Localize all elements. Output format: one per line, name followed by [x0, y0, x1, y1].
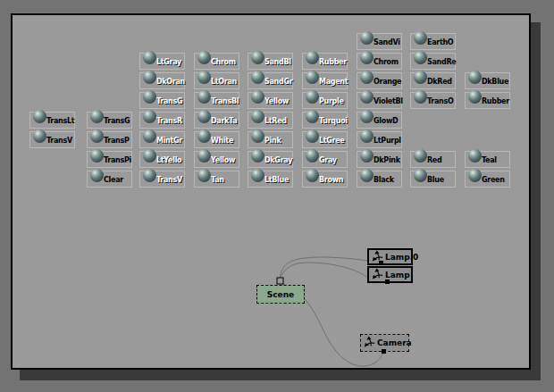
- material-node[interactable]: Clear: [87, 171, 132, 188]
- material-sphere-icon: [306, 90, 319, 104]
- connection-hook-scene[interactable]: [277, 278, 283, 284]
- material-node-label: TransP: [104, 137, 129, 145]
- material-sphere-icon: [306, 169, 319, 182]
- material-node-label: LtOran: [211, 78, 237, 86]
- material-node[interactable]: DkGray: [248, 151, 293, 168]
- material-node[interactable]: TransLt: [29, 112, 75, 129]
- material-node-label: GlowD: [374, 117, 398, 125]
- material-node-label: Tan: [211, 176, 224, 184]
- material-node-label: SandRe: [427, 58, 456, 66]
- material-node[interactable]: DarkTa: [194, 112, 239, 129]
- material-node[interactable]: Yellow: [194, 151, 239, 168]
- material-node[interactable]: TransV: [29, 131, 75, 148]
- material-node-label: Green: [482, 176, 505, 184]
- material-node[interactable]: LtYello: [139, 151, 185, 168]
- material-node[interactable]: Green: [465, 171, 510, 188]
- material-node[interactable]: Magent: [302, 72, 348, 89]
- material-sphere-icon: [90, 110, 104, 123]
- material-sphere-icon: [468, 149, 482, 163]
- material-sphere-icon: [90, 129, 104, 143]
- material-node-label: Turquoi: [319, 117, 348, 125]
- material-node[interactable]: SandVi: [357, 33, 402, 50]
- material-node[interactable]: Yellow: [248, 92, 293, 109]
- material-node[interactable]: LtGray: [139, 53, 185, 70]
- connection-hook-lamp[interactable]: [385, 279, 390, 284]
- material-sphere-icon: [251, 110, 264, 123]
- object-axes-icon: [364, 336, 376, 350]
- material-node[interactable]: DkRed: [410, 72, 456, 89]
- material-sphere-icon: [468, 169, 482, 182]
- material-sphere-icon: [468, 71, 482, 84]
- material-node[interactable]: Orange: [357, 72, 402, 89]
- material-node-label: DkOran: [156, 78, 185, 86]
- material-sphere-icon: [306, 110, 319, 123]
- material-node[interactable]: TransG: [87, 112, 132, 129]
- material-node-label: TransLt: [46, 117, 74, 125]
- material-sphere-icon: [360, 129, 374, 143]
- material-node[interactable]: LtGree: [302, 131, 348, 148]
- material-node[interactable]: TransO: [410, 92, 456, 109]
- material-node[interactable]: White: [194, 131, 239, 148]
- material-node[interactable]: DkBlue: [465, 72, 510, 89]
- scene-node[interactable]: Scene: [256, 285, 305, 304]
- material-node[interactable]: TransBl: [194, 92, 239, 109]
- material-node-label: MintGr: [156, 137, 182, 145]
- connection-hook-camera[interactable]: [382, 349, 386, 354]
- material-node[interactable]: MintGr: [139, 131, 185, 148]
- material-node[interactable]: Blue: [410, 171, 456, 188]
- material-node[interactable]: GlowD: [357, 112, 402, 129]
- material-node-label: Orange: [374, 78, 401, 86]
- material-node[interactable]: SandGr: [248, 72, 293, 89]
- material-node[interactable]: Turquoi: [302, 112, 348, 129]
- material-node[interactable]: Teal: [465, 151, 510, 168]
- material-node[interactable]: LtOran: [194, 72, 239, 89]
- material-sphere-icon: [360, 149, 374, 163]
- material-node-label: VioletBl: [374, 97, 403, 105]
- connection-hook-lamp.0[interactable]: [379, 261, 383, 265]
- material-node-label: Red: [427, 156, 441, 164]
- material-node[interactable]: Tan: [194, 171, 239, 188]
- lamp-node[interactable]: Lamp: [367, 266, 413, 283]
- material-node[interactable]: Red: [410, 151, 456, 168]
- material-node[interactable]: DkOran: [139, 72, 185, 89]
- material-node[interactable]: SandBl: [248, 53, 293, 70]
- material-node[interactable]: Chrom: [357, 53, 402, 70]
- material-node[interactable]: TransV: [139, 171, 185, 188]
- material-node[interactable]: Gray: [302, 151, 348, 168]
- material-sphere-icon: [197, 71, 211, 84]
- material-node[interactable]: VioletBl: [357, 92, 402, 109]
- material-node[interactable]: LtRed: [248, 112, 293, 129]
- material-sphere-icon: [306, 149, 319, 163]
- material-node[interactable]: Pink: [248, 131, 293, 148]
- material-node-label: DkGray: [264, 156, 292, 164]
- material-node[interactable]: SandRe: [410, 53, 456, 70]
- material-node[interactable]: Purple: [302, 92, 348, 109]
- material-node-label: LtGray: [156, 58, 181, 66]
- material-node-label: TransBl: [211, 97, 239, 105]
- material-node-label: Black: [374, 176, 394, 184]
- material-sphere-icon: [197, 149, 211, 163]
- material-node-label: Purple: [319, 97, 344, 105]
- material-node[interactable]: Rubber: [302, 53, 348, 70]
- material-node[interactable]: DkPink: [357, 151, 402, 168]
- material-node[interactable]: LtBlue: [248, 171, 293, 188]
- material-node[interactable]: Brown: [302, 171, 348, 188]
- material-sphere-icon: [414, 31, 427, 45]
- material-node[interactable]: Chrom: [194, 53, 239, 70]
- material-sphere-icon: [414, 90, 427, 104]
- lamp0-node[interactable]: Lamp.0: [367, 248, 413, 265]
- material-sphere-icon: [360, 110, 374, 123]
- material-node[interactable]: Rubber: [465, 92, 510, 109]
- material-node-label: TransPi: [104, 156, 131, 164]
- material-node[interactable]: EarthO: [410, 33, 456, 50]
- material-sphere-icon: [143, 90, 156, 104]
- material-node[interactable]: TransPi: [87, 151, 132, 168]
- material-node[interactable]: TransP: [87, 131, 132, 148]
- material-node-label: Clear: [104, 176, 123, 184]
- material-node[interactable]: TransR: [139, 112, 185, 129]
- material-node[interactable]: LtPurpl: [357, 131, 402, 148]
- material-node-label: DkRed: [427, 78, 452, 86]
- material-sphere-icon: [360, 71, 374, 84]
- material-node[interactable]: TransG: [139, 92, 185, 109]
- material-node[interactable]: Black: [357, 171, 402, 188]
